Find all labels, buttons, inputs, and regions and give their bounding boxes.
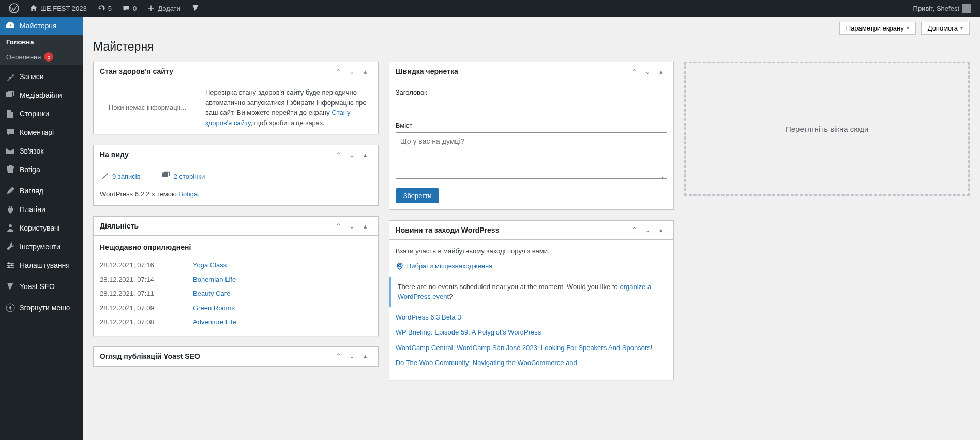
menu-botiga[interactable]: Botiga [0, 160, 83, 179]
glance-pages[interactable]: 2 сторінки [161, 171, 205, 183]
toggle-icon[interactable]: ▴ [359, 148, 372, 161]
screen-options-button[interactable]: Параметри екрану [839, 22, 916, 35]
toggle-icon[interactable]: ▴ [359, 220, 372, 232]
toggle-icon[interactable]: ▴ [655, 65, 667, 78]
pin-icon [100, 171, 109, 183]
brush-icon [5, 186, 16, 196]
move-up-icon[interactable]: ⌃ [333, 148, 345, 161]
activity-date: 28.12.2021, 07:16 [100, 260, 177, 270]
location-link[interactable]: Вибрати місцезнаходження [396, 261, 668, 271]
news-link[interactable]: Do The Woo Community: Navigating the Woo… [396, 358, 668, 368]
activity-title: Діяльність [100, 217, 139, 235]
draft-title-input[interactable] [396, 100, 668, 113]
svg-point-7 [8, 266, 10, 268]
menu-settings[interactable]: Налаштування [0, 256, 83, 275]
menu-pages[interactable]: Сторінки [0, 104, 83, 123]
news-title: Новини та заходи WordPress [396, 221, 500, 239]
toggle-icon[interactable]: ▴ [655, 224, 667, 236]
toggle-icon[interactable]: ▴ [359, 350, 372, 362]
menu-tools[interactable]: Інструменти [0, 237, 83, 256]
news-events-box: Новини та заходи WordPress ⌃ ⌄ ▴ Взяти у… [389, 220, 674, 380]
menu-posts[interactable]: Записи [0, 67, 83, 86]
menu-contact[interactable]: Зв'язок [0, 142, 83, 160]
glance-posts[interactable]: 9 записів [100, 171, 141, 183]
move-up-icon[interactable]: ⌃ [628, 224, 640, 236]
help-button[interactable]: Допомога [921, 22, 970, 35]
menu-media-label: Медіафайли [20, 91, 62, 99]
site-name[interactable]: ШЕ.FEST 2023 [26, 4, 91, 12]
updates-count: 5 [108, 5, 112, 12]
move-down-icon[interactable]: ⌄ [346, 65, 358, 78]
menu-settings-label: Налаштування [20, 261, 70, 269]
submenu-home[interactable]: Головна [0, 35, 83, 49]
move-down-icon[interactable]: ⌄ [641, 65, 654, 78]
menu-appearance[interactable]: Вигляд [0, 181, 83, 200]
quick-draft-box: Швидка чернетка ⌃ ⌄ ▴ Заголовок Вміст Зб… [389, 62, 674, 210]
submenu-dashboard: Головна Оновлення 5 [0, 35, 83, 65]
comments-count: 0 [133, 5, 137, 12]
menu-posts-label: Записи [20, 72, 43, 81]
location-icon [396, 262, 404, 270]
new-content-link[interactable]: Додати [143, 4, 184, 12]
content-area: Параметри екрану Допомога Майстерня Стан… [83, 17, 980, 440]
svg-point-5 [8, 262, 10, 264]
activity-post-link[interactable]: Green Rooms [193, 303, 235, 313]
move-up-icon[interactable]: ⌃ [333, 65, 345, 78]
draft-content-textarea[interactable] [396, 132, 668, 179]
menu-dashboard[interactable]: Майстерня [0, 17, 83, 35]
activity-row: 28.12.2021, 07:14Bohemian Life [100, 272, 372, 287]
updates-link[interactable]: 5 [94, 4, 115, 12]
move-down-icon[interactable]: ⌄ [346, 220, 358, 232]
user-greeting[interactable]: Привіт, Shefest [910, 4, 975, 13]
comments-link[interactable]: 0 [118, 4, 140, 12]
menu-users-label: Користувачі [20, 224, 59, 232]
collapse-icon [5, 302, 16, 313]
activity-post-link[interactable]: Beauty Care [193, 289, 230, 299]
dashboard-icon [5, 21, 16, 31]
move-down-icon[interactable]: ⌄ [346, 148, 358, 161]
move-up-icon[interactable]: ⌃ [628, 65, 640, 78]
save-draft-button[interactable]: Зберегти [396, 188, 440, 203]
menu-plugins-label: Плагіни [20, 205, 46, 214]
wp-logo[interactable] [5, 3, 23, 13]
greeting-text: Привіт, Shefest [913, 5, 959, 12]
page-icon [161, 171, 171, 183]
menu-pages-label: Сторінки [20, 110, 49, 118]
health-no-info: Поки немає інформації... [100, 87, 195, 128]
news-link[interactable]: WP Briefing: Episode 59: A Polyglot's Wo… [396, 327, 668, 338]
yoast-overview-box: Огляд публікацій Yoast SEO ⌃ ⌄ ▴ [93, 346, 379, 367]
news-intro: Взяти участь в майбутньому заході поруч … [396, 246, 668, 256]
activity-post-link[interactable]: Bohemian Life [193, 275, 236, 285]
yoast-icon [191, 4, 200, 13]
submenu-updates[interactable]: Оновлення 5 [0, 49, 83, 65]
news-link[interactable]: WordPress 6.3 Beta 3 [396, 312, 668, 323]
site-health-box: Стан здоров'я сайту ⌃ ⌄ ▴ Поки немає інф… [93, 62, 379, 134]
users-icon [5, 223, 16, 233]
menu-tools-label: Інструменти [20, 242, 61, 251]
news-link[interactable]: WordCamp Central: WordCamp San José 2023… [396, 343, 668, 353]
menu-collapse[interactable]: Згорнути меню [0, 298, 83, 317]
move-up-icon[interactable]: ⌃ [333, 220, 345, 232]
move-up-icon[interactable]: ⌃ [333, 350, 345, 362]
move-down-icon[interactable]: ⌄ [346, 350, 358, 362]
home-icon [29, 4, 38, 12]
activity-date: 28.12.2021, 07:08 [100, 317, 177, 327]
activity-post-link[interactable]: Yoga Class [193, 260, 227, 270]
menu-media[interactable]: Медіафайли [0, 86, 83, 104]
activity-row: 28.12.2021, 07:09Green Rooms [100, 301, 372, 315]
activity-date: 28.12.2021, 07:14 [100, 275, 177, 285]
menu-users[interactable]: Користувачі [0, 219, 83, 237]
activity-post-link[interactable]: Adventure Life [193, 317, 236, 327]
draft-content-label: Вміст [396, 120, 668, 131]
menu-yoast[interactable]: Yoast SEO [0, 277, 83, 296]
move-down-icon[interactable]: ⌄ [641, 224, 654, 236]
at-a-glance-box: На виду ⌃ ⌄ ▴ 9 записів [93, 145, 379, 206]
empty-drop-zone[interactable]: Перетягніть вікна сюди [684, 62, 970, 196]
theme-link[interactable]: Botiga [178, 190, 198, 198]
toggle-icon[interactable]: ▴ [359, 65, 372, 78]
menu-comments[interactable]: Коментарі [0, 123, 83, 142]
adminbar: ШЕ.FEST 2023 5 0 Додати Привіт, Shefest [0, 0, 980, 17]
yoast-bar-item[interactable] [187, 4, 204, 13]
menu-plugins[interactable]: Плагіни [0, 200, 83, 219]
activity-recent-heading: Нещодавно оприлюднені [100, 242, 372, 253]
